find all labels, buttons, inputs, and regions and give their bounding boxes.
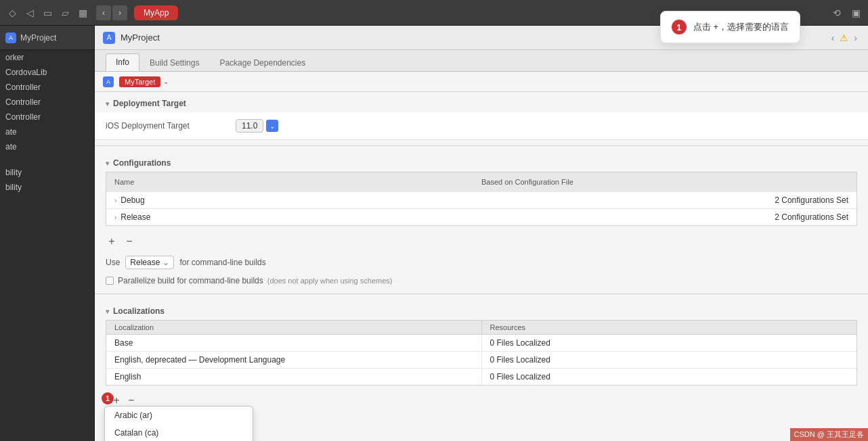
tooltip-text: 点击 +，选择需要的语言 — [693, 21, 789, 33]
target-bar: A MyTarget ⌄ — [95, 72, 868, 92]
project-file-icon: A — [103, 32, 115, 44]
sidebar-item-7[interactable] — [0, 154, 94, 160]
tooltip-panel: 1 点击 +，选择需要的语言 — [660, 11, 800, 43]
target-icon: A — [103, 76, 114, 87]
nav-back-button[interactable]: ‹ — [829, 31, 838, 45]
content-area: A MyProject ‹ ⚠ › Info Build Settings Pa… — [95, 26, 868, 441]
sidebar-project-icon: A — [5, 32, 16, 43]
use-for-label: for command-line builds — [179, 258, 265, 267]
loc-english-dev-resources: 0 Files Localized — [482, 352, 857, 368]
target-select[interactable]: MyTarget ⌄ — [119, 76, 169, 87]
config-remove-button[interactable]: − — [123, 235, 135, 248]
debug-chevron-icon: › — [114, 197, 116, 204]
sidebar-item-11[interactable] — [0, 195, 94, 200]
main-layout: A MyProject orker CordovaLib Controller … — [0, 26, 868, 441]
debug-config-value: 2 Configurations Set — [775, 195, 848, 205]
tab-info[interactable]: Info — [106, 53, 139, 71]
loc-english-name: English — [106, 369, 482, 385]
loc-remove-button[interactable]: − — [125, 394, 138, 407]
csdn-watermark: CSDN @ 王其王足各 — [790, 428, 868, 441]
release-config-value: 2 Configurations Set — [775, 212, 848, 222]
config-col-name: Name — [114, 176, 481, 188]
target-chevron-icon: ⌄ — [163, 78, 169, 85]
deployment-version-select[interactable]: 11.0 ⌄ — [236, 119, 278, 133]
configurations-section-header: ▾ Configurations — [95, 152, 868, 172]
deployment-target-row: iOS Deployment Target 11.0 ⌄ — [95, 112, 868, 140]
use-release-value: Release — [130, 258, 160, 267]
configurations-section: ▾ Configurations Name Based on Configura… — [95, 152, 868, 288]
sidebar-item-1[interactable]: CordovaLib — [0, 65, 94, 80]
panel-toggle-icon[interactable]: ▣ — [849, 6, 863, 20]
language-item-arabic[interactable]: Arabic (ar) — [105, 407, 253, 424]
parallelize-note: (does not apply when using schemes) — [267, 277, 393, 285]
loc-row-english-dev: English, deprecated — Development Langua… — [106, 352, 856, 369]
sidebar-item-9[interactable]: bility — [0, 165, 94, 180]
scheme-button[interactable]: MyApp — [134, 5, 178, 20]
tab-package-dependencies[interactable]: Package Dependencies — [209, 54, 316, 71]
use-release-select[interactable]: Release ⌄ — [125, 256, 174, 269]
loc-row-base: Base 0 Files Localized — [106, 335, 856, 352]
localizations-section: ▾ Localizations Localization Resources B… — [95, 300, 868, 410]
sidebar-item-6[interactable]: ate — [0, 139, 94, 154]
nav-forward-button[interactable]: › — [851, 31, 860, 45]
loc-row-english: English 0 Files Localized — [106, 369, 856, 385]
project-header-name: MyProject — [121, 32, 160, 43]
use-select-arrow-icon: ⌄ — [162, 258, 169, 267]
parallelize-checkbox[interactable] — [106, 277, 114, 285]
back-button[interactable]: ‹ — [96, 5, 111, 20]
forward-button[interactable]: › — [112, 5, 127, 20]
loc-col-resources: Resources — [482, 321, 857, 334]
deployment-section-header: ▾ Deployment Target — [95, 92, 868, 112]
debug-config-name: Debug — [121, 195, 775, 205]
language-dropdown: Arabic (ar) Catalan (ca) Chinese (Hong K… — [104, 406, 253, 441]
localizations-table: Localization Resources Base 0 Files Loca… — [106, 320, 857, 386]
deployment-target-label: iOS Deployment Target — [106, 121, 227, 131]
language-item-catalan[interactable]: Catalan (ca) — [105, 424, 253, 441]
loc-add-wrapper: 1 + — [103, 394, 123, 407]
deployment-dropdown-button[interactable]: ⌄ — [266, 120, 278, 132]
target-name: MyTarget — [119, 76, 160, 87]
minus-icon: ▭ — [41, 6, 54, 20]
config-add-button[interactable]: + — [106, 235, 118, 248]
config-table-header: Name Based on Configuration File — [106, 172, 856, 192]
configurations-table: Name Based on Configuration File › Debug… — [106, 172, 857, 226]
divider-2 — [95, 294, 868, 294]
sidebar-item-2[interactable]: Controller — [0, 80, 94, 95]
sidebar-item-8[interactable] — [0, 160, 94, 165]
deployment-section-label: Deployment Target — [113, 99, 186, 108]
localizations-toggle[interactable]: ▾ — [106, 308, 109, 315]
loc-actions: 1 + − Arabic (ar) Catalan (ca) Chinese (… — [95, 391, 868, 410]
deployment-version-value: 11.0 — [236, 119, 263, 133]
config-row-debug[interactable]: › Debug 2 Configurations Set — [106, 192, 856, 209]
sidebar-item-0[interactable]: orker — [0, 50, 94, 65]
parallelize-row: Parallelize build for command-line build… — [95, 273, 868, 288]
sidebar-item-5[interactable]: ate — [0, 124, 94, 139]
warning-icon: ⚠ — [840, 32, 848, 43]
sidebar-item-4[interactable]: Controller — [0, 110, 94, 124]
nav-arrows: ‹ ⚠ › — [829, 31, 860, 45]
use-release-row: Use Release ⌄ for command-line builds — [95, 252, 868, 273]
deployment-toggle[interactable]: ▾ — [106, 100, 109, 108]
use-label: Use — [106, 258, 120, 267]
config-col-based-on: Based on Configuration File — [481, 178, 848, 186]
loc-base-resources: 0 Files Localized — [482, 335, 857, 351]
tab-build-settings[interactable]: Build Settings — [139, 54, 209, 71]
tooltip-badge: 1 — [672, 20, 687, 34]
parallelize-label: Parallelize build for command-line build… — [118, 276, 263, 285]
loc-add-button[interactable]: + — [110, 394, 123, 407]
loc-base-name: Base — [106, 335, 482, 351]
sidebar-header: A MyProject — [0, 26, 94, 50]
config-actions: + − — [95, 231, 868, 252]
grid-icon: ▦ — [76, 6, 89, 20]
configurations-toggle[interactable]: ▾ — [106, 160, 109, 167]
localizations-section-label: Localizations — [113, 306, 165, 316]
config-row-release[interactable]: › Release 2 Configurations Set — [106, 209, 856, 225]
release-config-name: Release — [121, 212, 775, 222]
sidebar-item-10[interactable]: bility — [0, 180, 94, 195]
diamond-icon: ◇ — [5, 6, 19, 20]
tabs-bar: Info Build Settings Package Dependencies — [95, 50, 868, 72]
sidebar-item-3[interactable]: Controller — [0, 95, 94, 110]
loc-english-dev-name: English, deprecated — Development Langua… — [106, 352, 482, 368]
configurations-section-label: Configurations — [113, 158, 171, 168]
refresh-icon[interactable]: ⟲ — [830, 6, 844, 20]
